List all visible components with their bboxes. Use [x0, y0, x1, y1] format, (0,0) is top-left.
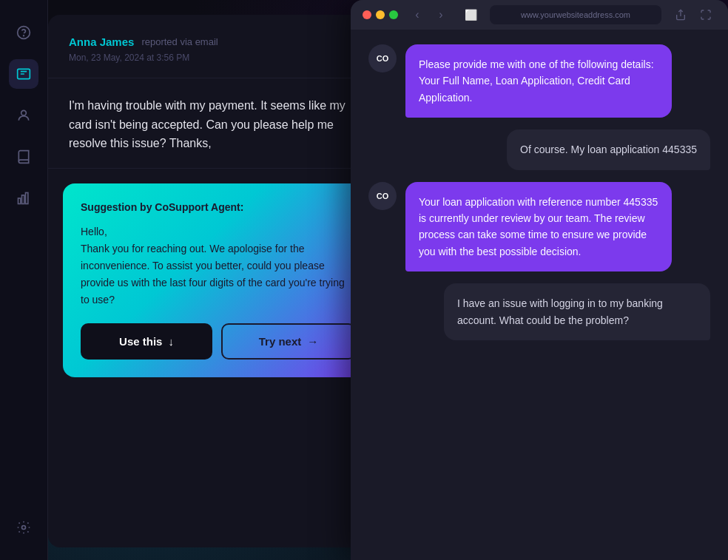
close-dot[interactable] — [363, 10, 371, 19]
bot-avatar-2: CO — [368, 182, 397, 210]
browser-action-buttons — [670, 4, 716, 25]
tab-button[interactable]: ⬜ — [460, 4, 481, 25]
bot-message-2: Your loan application with reference num… — [405, 182, 672, 272]
sidebar-item-reports[interactable] — [9, 183, 38, 213]
share-button[interactable] — [670, 4, 691, 25]
browser-traffic-lights — [363, 10, 398, 19]
ticket-time: Mon, 23 May, 2024 at 3:56 PM — [69, 53, 368, 63]
svg-rect-6 — [26, 193, 28, 204]
chat-row: Of course. My loan application 445335 — [368, 129, 710, 169]
suggestion-actions: Use this ↓ Try next → — [81, 323, 356, 360]
chat-row: CO Your loan application with reference … — [368, 182, 710, 272]
suggestion-text: Hello,Thank you for reaching out. We apo… — [81, 223, 356, 308]
use-this-label: Use this — [119, 335, 162, 348]
arrow-right-icon: → — [307, 335, 318, 348]
maximize-dot[interactable] — [389, 10, 398, 19]
bot-avatar: CO — [368, 44, 397, 72]
browser-titlebar: ‹ › ⬜ www.yourwebsiteaddress.com — [351, 0, 728, 30]
sidebar-item-contacts[interactable] — [9, 101, 38, 130]
ticket-header: Anna James reported via email Mon, 23 Ma… — [48, 15, 388, 78]
back-button[interactable]: ‹ — [407, 4, 428, 25]
sidebar-item-help[interactable] — [9, 18, 38, 47]
ticket-sender-info: Anna James reported via email — [69, 36, 368, 48]
sender-name: Anna James — [69, 36, 134, 48]
sidebar-item-tickets[interactable] — [9, 59, 38, 89]
sidebar-item-knowledge[interactable] — [9, 142, 38, 172]
svg-rect-5 — [22, 195, 24, 204]
suggestion-box: Suggestion by CoSupport Agent: Hello,Tha… — [63, 183, 374, 377]
forward-button[interactable]: › — [431, 4, 451, 25]
try-next-label: Try next — [259, 335, 302, 348]
user-message-1: Of course. My loan application 445335 — [507, 129, 710, 169]
ticket-panel: Anna James reported via email Mon, 23 Ma… — [48, 15, 388, 547]
url-text: www.yourwebsiteaddress.com — [521, 10, 630, 19]
try-next-button[interactable]: Try next → — [221, 323, 356, 360]
suggestion-label: Suggestion by CoSupport Agent: — [81, 201, 356, 213]
ticket-message: I'm having trouble with my payment. It s… — [48, 78, 388, 169]
sender-via: reported via email — [141, 36, 218, 47]
sidebar — [0, 0, 48, 560]
use-this-button[interactable]: Use this ↓ — [81, 323, 212, 360]
browser-navigation: ‹ › — [407, 4, 451, 25]
svg-rect-4 — [18, 198, 21, 204]
chat-container: CO Please provide me with one of the fol… — [351, 30, 728, 560]
url-bar[interactable]: www.yourwebsiteaddress.com — [490, 5, 661, 24]
browser-window: ‹ › ⬜ www.yourwebsiteaddress.com — [351, 0, 728, 560]
svg-point-3 — [21, 110, 27, 115]
user-message-2: I have an issue with logging in to my ba… — [444, 283, 710, 340]
bot-message-1: Please provide me with one of the follow… — [405, 44, 672, 118]
svg-point-7 — [22, 526, 26, 530]
fullscreen-button[interactable] — [695, 4, 716, 25]
chat-row: I have an issue with logging in to my ba… — [368, 283, 710, 340]
svg-point-1 — [24, 36, 24, 36]
chat-row: CO Please provide me with one of the fol… — [368, 44, 710, 118]
download-icon: ↓ — [168, 335, 174, 348]
sidebar-item-settings[interactable] — [9, 513, 38, 542]
minimize-dot[interactable] — [376, 10, 385, 19]
